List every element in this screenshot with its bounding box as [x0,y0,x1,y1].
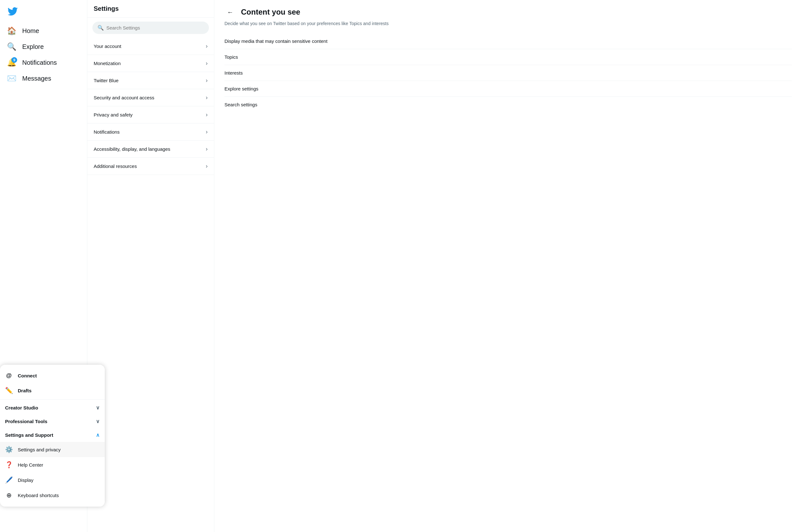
security-account-access-chevron: › [206,94,208,101]
right-panel-header: ← Content you see [224,6,792,18]
connect-icon: @ [5,372,13,379]
settings-privacy-icon: ⚙️ [5,446,13,453]
keyboard-shortcuts-label: Keyboard shortcuts [18,493,59,498]
right-item-interests[interactable]: Interests [224,65,792,81]
notifications-badge: 9 [12,57,17,63]
settings-item-your-account[interactable]: Your account › [87,38,214,55]
help-center-icon: ❓ [5,461,13,469]
settings-item-privacy-safety[interactable]: Privacy and safety › [87,106,214,124]
messages-label: Messages [22,75,51,82]
display-icon: 🖊️ [5,476,13,484]
dropdown-item-display[interactable]: 🖊️ Display [0,472,105,488]
explore-icon-wrap: 🔍 [7,42,16,51]
creator-studio-label: Creator Studio [5,405,38,411]
messages-icon: ✉️ [7,75,17,82]
privacy-safety-label: Privacy and safety [94,112,133,117]
search-settings-icon: 🔍 [97,25,104,31]
accessibility-display-languages-chevron: › [206,146,208,152]
settings-item-twitter-blue[interactable]: Twitter Blue › [87,72,214,89]
monetization-label: Monetization [94,61,120,66]
explore-icon: 🔍 [7,43,17,51]
twitter-blue-chevron: › [206,77,208,84]
right-item-topics[interactable]: Topics [224,49,792,65]
dropdown-item-drafts[interactable]: ✏️ Drafts [0,383,105,398]
accessibility-display-languages-label: Accessibility, display, and languages [94,146,170,152]
search-settings-label: Search settings [224,102,257,107]
keyboard-shortcuts-icon: ⊕ [5,491,13,499]
right-panel-title: Content you see [241,7,300,17]
professional-tools-chevron: ∨ [96,418,100,424]
settings-title: Settings [94,5,119,12]
dropdown-item-settings-privacy[interactable]: ⚙️ Settings and privacy [0,442,105,457]
explore-settings-label: Explore settings [224,86,258,91]
settings-support-label: Settings and Support [5,432,53,438]
settings-support-chevron: ∧ [96,432,100,438]
settings-item-monetization[interactable]: Monetization › [87,55,214,72]
explore-label: Explore [22,43,44,51]
nav-item-explore[interactable]: 🔍 Explore [4,39,83,55]
settings-privacy-label: Settings and privacy [18,447,61,452]
settings-header: Settings [87,0,214,18]
home-label: Home [22,27,39,35]
home-icon-wrap: 🏠 [7,27,16,35]
notifications-settings-chevron: › [206,129,208,135]
display-sensitive-media-label: Display media that may contain sensitive… [224,38,327,44]
messages-icon-wrap: ✉️ [7,74,16,82]
drafts-label: Drafts [18,388,32,393]
nav-item-notifications[interactable]: 🔔 9 Notifications [4,55,83,71]
settings-item-security-account-access[interactable]: Security and account access › [87,89,214,106]
connect-label: Connect [18,373,37,378]
dropdown-menu: @ Connect ✏️ Drafts Creator Studio ∨ Pro… [0,365,105,507]
right-item-display-sensitive-media[interactable]: Display media that may contain sensitive… [224,33,792,49]
notifications-icon-wrap: 🔔 9 [7,58,16,66]
settings-panel: Settings 🔍 Your account › Monetization ›… [87,0,214,532]
sidebar: 🏠 Home 🔍 Explore 🔔 9 Notifications ✉️ Me… [0,0,87,532]
settings-item-accessibility-display-languages[interactable]: Accessibility, display, and languages › [87,140,214,158]
twitter-blue-label: Twitter Blue [94,78,118,83]
dropdown-item-help-center[interactable]: ❓ Help Center [0,457,105,472]
monetization-chevron: › [206,60,208,66]
dropdown-item-connect[interactable]: @ Connect [0,368,105,383]
interests-label: Interests [224,70,243,76]
notifications-settings-label: Notifications [94,129,120,135]
twitter-bird-icon [7,6,18,17]
divider-1 [0,399,105,400]
section-settings-support[interactable]: Settings and Support ∧ [0,428,105,442]
settings-item-additional-resources[interactable]: Additional resources › [87,158,214,175]
nav-item-home[interactable]: 🏠 Home [4,23,83,39]
your-account-label: Your account [94,43,121,49]
home-icon: 🏠 [7,27,17,35]
dropdown-item-keyboard-shortcuts[interactable]: ⊕ Keyboard shortcuts [0,488,105,503]
additional-resources-label: Additional resources [94,164,137,169]
twitter-logo[interactable] [4,2,83,22]
search-settings-input[interactable] [106,25,204,31]
additional-resources-chevron: › [206,163,208,170]
security-account-access-label: Security and account access [94,95,154,100]
notifications-label: Notifications [22,59,57,66]
right-item-explore-settings[interactable]: Explore settings [224,81,792,97]
topics-label: Topics [224,54,238,60]
display-label: Display [18,477,33,483]
settings-item-notifications[interactable]: Notifications › [87,124,214,140]
back-arrow-icon: ← [227,8,234,16]
section-creator-studio[interactable]: Creator Studio ∨ [0,401,105,415]
your-account-chevron: › [206,43,208,50]
help-center-label: Help Center [18,462,43,468]
back-button[interactable]: ← [224,6,236,18]
right-panel-subtitle: Decide what you see on Twitter based on … [224,20,792,27]
search-settings-bar[interactable]: 🔍 [92,22,209,34]
privacy-safety-chevron: › [206,111,208,118]
drafts-icon: ✏️ [5,387,13,394]
creator-studio-chevron: ∨ [96,405,100,411]
professional-tools-label: Professional Tools [5,419,47,424]
right-panel: ← Content you see Decide what you see on… [214,0,802,532]
right-item-search-settings[interactable]: Search settings [224,97,792,112]
nav-item-messages[interactable]: ✉️ Messages [4,71,83,86]
section-professional-tools[interactable]: Professional Tools ∨ [0,415,105,428]
